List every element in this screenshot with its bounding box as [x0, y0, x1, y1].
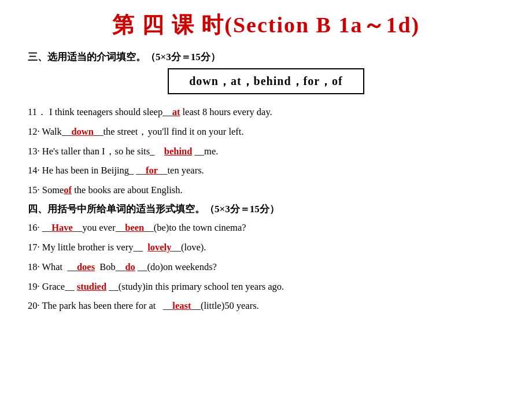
line-14: 14· He has been in Beijing_ __for__ten y…	[28, 161, 504, 180]
line-16: 16· __Have__you ever__been__(be)to the t…	[28, 218, 504, 238]
page: 第 四 课 时(Section B 1a～1d) 三、选用适当的介词填空。（5×…	[0, 0, 532, 326]
text-12a: Walk__down__the street，you'll find it on…	[42, 126, 243, 137]
num-14: 14·	[28, 165, 40, 176]
section2-label: 四、用括号中所给单词的适当形式填空。（5×3分＝15分）	[28, 202, 504, 216]
answer-16a: Have	[51, 222, 73, 233]
word-box: down，at，behind，for，of	[168, 68, 364, 94]
num-15: 15·	[28, 184, 40, 195]
section1-exercises: 11． I think teenagers should sleep__at l…	[28, 102, 504, 200]
text-11a: I think teenagers should sleep__at least…	[49, 106, 272, 117]
answer-16b: been	[125, 222, 144, 233]
num-13: 13·	[28, 146, 40, 157]
answer-20: least	[172, 300, 191, 311]
section2-exercises: 16· __Have__you ever__been__(be)to the t…	[28, 218, 504, 316]
line-12: 12· Walk__down__the street，you'll find i…	[28, 122, 504, 142]
answer-17: lovely	[147, 242, 171, 253]
text-13a: He's taller than I，so he sits_ behind __…	[42, 146, 219, 157]
text-20a: The park has been there for at __least__…	[42, 300, 258, 311]
num-20: 20·	[28, 300, 40, 311]
text-15a: Someof the books are about English.	[42, 184, 183, 195]
num-12: 12·	[28, 126, 40, 137]
answer-15: of	[64, 184, 72, 195]
answer-13: behind	[164, 146, 193, 157]
num-19: 19·	[28, 281, 40, 292]
line-15: 15· Someof the books are about English.	[28, 180, 504, 200]
text-14a: He has been in Beijing_ __for__ten years…	[42, 165, 204, 176]
text-19a: Grace__ studied __(study)in this primary…	[42, 281, 284, 292]
num-11: 11．	[28, 106, 47, 117]
answer-12: down	[71, 126, 94, 137]
line-19: 19· Grace__ studied __(study)in this pri…	[28, 277, 504, 297]
num-17: 17·	[28, 242, 40, 253]
line-20: 20· The park has been there for at __lea…	[28, 296, 504, 316]
num-18: 18·	[28, 261, 40, 272]
answer-18a: does	[77, 261, 95, 272]
answer-14: for	[146, 165, 158, 176]
text-17a: My little brother is very__ lovely__(lov…	[42, 242, 206, 253]
text-18a: What __does Bob__do __(do)on weekends?	[42, 261, 216, 272]
line-17: 17· My little brother is very__ lovely__…	[28, 238, 504, 257]
line-13: 13· He's taller than I，so he sits_ behin…	[28, 142, 504, 161]
answer-18b: do	[125, 261, 135, 272]
text-16a: __Have__you ever__been__(be)to the town …	[42, 222, 246, 233]
page-title: 第 四 课 时(Section B 1a～1d)	[28, 10, 504, 40]
section1-label: 三、选用适当的介词填空。（5×3分＝15分）	[28, 50, 504, 64]
line-18: 18· What __does Bob__do __(do)on weekend…	[28, 257, 504, 277]
answer-19: studied	[77, 281, 106, 292]
answer-11: at	[172, 106, 180, 117]
num-16: 16·	[28, 222, 40, 233]
line-11: 11． I think teenagers should sleep__at l…	[28, 102, 504, 122]
